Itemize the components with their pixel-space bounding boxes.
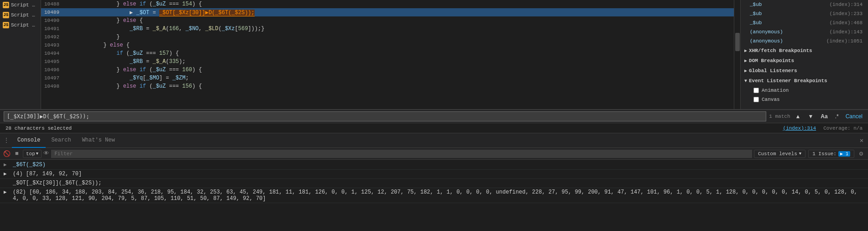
code-line-10493[interactable]: 10493 } else { <box>41 41 734 49</box>
arrow-icon-4[interactable]: ▶ <box>4 189 11 195</box>
file-label-1: Script snipp <box>11 2 38 8</box>
console-row-2[interactable]: ▶ (4) [87, 149, 92, 70] <box>0 170 868 179</box>
line-content-10491: _$RB = _$_A(166, _$NO, _$LD(_$Xz[569]));… <box>64 26 734 32</box>
code-line-10496[interactable]: 10496 } else if (_$uZ === 160) { <box>41 66 734 74</box>
call-stack-loc-5: (index):1051 <box>826 38 863 44</box>
event-listener-label: Event Listener Breakpoints <box>749 78 827 84</box>
line-num-10497: 10497 <box>41 75 64 81</box>
search-bar: 1 match ▲ ▼ Aa .* Cancel <box>0 110 868 123</box>
code-line-10492[interactable]: 10492 } <box>41 33 734 41</box>
close-panel-button[interactable]: ✕ <box>857 136 866 145</box>
tab-console[interactable]: Console <box>12 133 46 148</box>
file-item-3[interactable]: JS Script snipp <box>0 20 41 30</box>
prev-match-button[interactable]: ▲ <box>793 111 803 121</box>
line-num-10491: 10491 <box>41 26 64 31</box>
toolbar-right: Custom levels ▼ 1 Issue: ▶ 1 ⚙ <box>754 150 865 158</box>
line-num-10488: 10488 <box>41 1 64 7</box>
line-content-10488: } else if (_$uZ === 154) { <box>64 1 734 7</box>
issue-badge[interactable]: 1 Issue: ▶ 1 <box>808 150 854 158</box>
line-content-10496: } else if (_$uZ === 160) { <box>64 67 734 73</box>
search-input[interactable] <box>4 111 766 121</box>
stop-button[interactable]: ■ <box>13 150 21 158</box>
call-stack-loc-2: (index):233 <box>829 11 863 16</box>
arrow-icon-2[interactable]: ▶ <box>4 171 11 177</box>
tab-search[interactable]: Search <box>46 133 76 148</box>
settings-button[interactable]: ⚙ <box>857 150 865 158</box>
call-stack-name-4: (anonymous) <box>750 29 783 35</box>
cancel-search-button[interactable]: Cancel <box>844 111 864 121</box>
code-editor[interactable]: 10488 } else if (_$uZ === 154) { 10489 ▶… <box>41 0 734 109</box>
issue-count-badge: ▶ 1 <box>838 151 850 157</box>
status-right: (index):314 Coverage: n/a <box>783 126 863 131</box>
global-listeners-header[interactable]: ▶ Global Listeners <box>741 66 868 76</box>
console-text-4: (82) [60, 186, 34, 188, 203, 84, 254, 36… <box>13 189 864 202</box>
file-label-3: Script snipp <box>11 22 38 28</box>
console-section: ⋮ Console Search What's New ✕ 🚫 ■ top ▼ … <box>0 133 868 231</box>
match-case-button[interactable]: Aa <box>818 111 830 121</box>
call-stack-loc-4: (index):143 <box>829 29 863 35</box>
call-stack-name-5: (anonymous) <box>750 38 783 44</box>
canvas-checkbox[interactable] <box>753 97 759 102</box>
custom-levels-button[interactable]: Custom levels ▼ <box>754 150 805 158</box>
filter-input[interactable] <box>51 150 752 158</box>
line-content-10495: _$RB = _$_A(335); <box>64 58 734 65</box>
code-scrollbar[interactable] <box>734 0 740 109</box>
arrow-icon-1: ▶ <box>4 162 11 168</box>
call-stack-item-4[interactable]: (anonymous) (index):143 <box>741 27 868 37</box>
custom-levels-label: Custom levels <box>758 151 797 157</box>
animation-item[interactable]: Animation <box>741 86 868 95</box>
dom-breakpoints-header[interactable]: ▶ DOM Breakpoints <box>741 56 868 66</box>
animation-checkbox[interactable] <box>753 88 759 93</box>
call-stack-item-5[interactable]: (anonymous) (index):1051 <box>741 37 868 46</box>
regex-button[interactable]: .* <box>833 111 841 121</box>
line-content-10490: } else { <box>64 17 734 24</box>
file-item-2[interactable]: JS Script snipp <box>0 10 41 20</box>
code-line-10497[interactable]: 10497 _$Yq[_$MO] = _$ZM; <box>41 74 734 82</box>
call-stack-name-2: _$ub <box>750 11 762 16</box>
top-context-label: top <box>26 151 35 157</box>
canvas-item[interactable]: Canvas <box>741 95 868 104</box>
console-toolbar: 🚫 ■ top ▼ 👁 Custom levels ▼ 1 Issue: ▶ 1… <box>0 148 868 160</box>
code-line-10490[interactable]: 10490 } else { <box>41 16 734 25</box>
code-line-10498[interactable]: 10498 } else if (_$uZ === 156) { <box>41 82 734 90</box>
line-num-10494: 10494 <box>41 51 64 56</box>
file-list: JS Script snipp JS Script snipp JS Scrip… <box>0 0 41 109</box>
call-stack-loc-1: (index):314 <box>829 2 863 7</box>
chevron-right-icon-2: ▶ <box>744 58 747 63</box>
console-row-4[interactable]: ▶ (82) [60, 186, 34, 188, 203, 84, 254, … <box>0 188 868 203</box>
dom-breakpoints-label: DOM Breakpoints <box>749 58 794 63</box>
next-match-button[interactable]: ▼ <box>805 111 816 121</box>
code-line-10491[interactable]: 10491 _$RB = _$_A(166, _$NO, _$LD(_$Xz[5… <box>41 25 734 33</box>
event-listener-breakpoints-header[interactable]: ▼ Event Listener Breakpoints <box>741 76 868 86</box>
code-line-10489[interactable]: 10489 ▶ _$OT = _$OT[_$Xz[30]]▶D(_$6T(_$2… <box>41 8 734 16</box>
call-stack-item-3[interactable]: _$ub (index):468 <box>741 18 868 27</box>
right-panel: _$ub (index):314 _$ub (index):233 _$ub (… <box>740 0 868 109</box>
call-stack-item-1[interactable]: _$ub (index):314 <box>741 0 868 9</box>
console-row-3[interactable]: _$OT[_$Xz[30]](_$6T(_$2S)); <box>0 179 868 188</box>
clear-console-button[interactable]: 🚫 <box>3 150 11 158</box>
console-output[interactable]: ▶ _$6T(_$2S) ▶ (4) [87, 149, 92, 70] _$O… <box>0 160 868 231</box>
console-row-1[interactable]: ▶ _$6T(_$2S) <box>0 161 868 170</box>
line-num-10490: 10490 <box>41 18 64 23</box>
scrollbar-thumb <box>735 33 740 51</box>
xhr-fetch-breakpoints-header[interactable]: ▶ XHR/fetch Breakpoints <box>741 46 868 56</box>
code-line-10494[interactable]: 10494 if (_$uZ === 157) { <box>41 49 734 58</box>
line-num-10493: 10493 <box>41 42 64 48</box>
top-context-dropdown[interactable]: top ▼ <box>23 150 42 158</box>
code-line-10495[interactable]: 10495 _$RB = _$_A(335); <box>41 58 734 66</box>
tab-console-label: Console <box>17 137 40 143</box>
coverage-link[interactable]: (index):314 <box>783 126 816 131</box>
file-item-1[interactable]: JS Script snipp <box>0 0 41 10</box>
tab-whats-new[interactable]: What's New <box>77 133 120 148</box>
code-line-10488[interactable]: 10488 } else if (_$uZ === 154) { <box>41 0 734 8</box>
xhr-fetch-label: XHR/fetch Breakpoints <box>749 48 812 53</box>
line-num-10498: 10498 <box>41 84 64 89</box>
console-tabs: ⋮ Console Search What's New ✕ <box>0 133 868 148</box>
live-expressions-button[interactable]: 👁 <box>43 150 49 157</box>
line-num-10489: 10489 <box>41 10 64 15</box>
code-lines: 10488 } else if (_$uZ === 154) { 10489 ▶… <box>41 0 734 109</box>
tab-menu-button[interactable]: ⋮ <box>2 136 11 145</box>
call-stack-item-2[interactable]: _$ub (index):233 <box>741 9 868 18</box>
file-icon-3: JS <box>3 22 9 28</box>
custom-levels-chevron-icon: ▼ <box>799 152 801 156</box>
